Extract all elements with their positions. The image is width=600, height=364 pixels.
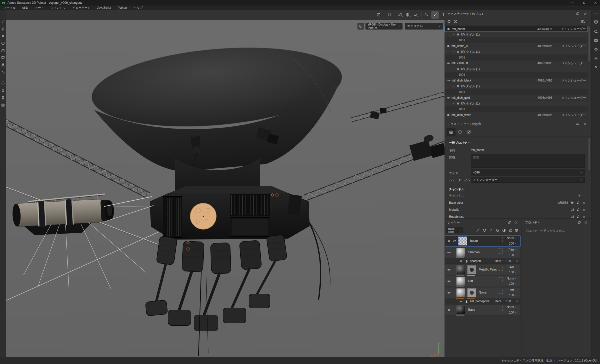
material-picker-tool-icon[interactable] [1, 63, 5, 67]
chevron-down-icon[interactable] [452, 68, 455, 70]
chevron-down-icon[interactable] [515, 254, 517, 256]
export-icon[interactable] [1, 81, 5, 85]
size-dropdown[interactable]: 4096 [471, 170, 585, 176]
minimize-icon[interactable] [571, 1, 574, 4]
eye-icon[interactable] [446, 79, 450, 82]
add-channel-icon[interactable] [578, 194, 581, 198]
channel-row[interactable]: Metallic L8 [444, 206, 588, 213]
mask-slot[interactable] [498, 237, 503, 242]
uv-tile-row[interactable]: UV タイル (1) [444, 66, 588, 72]
mask-slot[interactable] [498, 289, 503, 294]
chevron-down-icon[interactable] [515, 312, 517, 314]
mask-thumbnail[interactable] [467, 265, 476, 274]
chevron-down-icon[interactable] [515, 283, 517, 285]
eye-icon[interactable] [460, 300, 462, 303]
voyager-model-render[interactable]: y z x [6, 20, 444, 357]
chevron-down-icon[interactable] [452, 85, 455, 88]
undock-icon[interactable] [576, 122, 580, 126]
chevron-down-icon[interactable] [515, 266, 517, 268]
tab-uv[interactable] [464, 128, 474, 136]
eraser-tool-icon[interactable] [1, 27, 5, 31]
chevron-down-icon[interactable] [515, 271, 517, 273]
sync-visibility-icon[interactable] [447, 20, 451, 24]
menu-edit[interactable]: 編集 [22, 6, 28, 10]
eye-icon[interactable] [446, 96, 450, 100]
eye-icon[interactable] [446, 44, 450, 48]
eye-icon[interactable] [447, 280, 451, 283]
display-settings-button[interactable] [358, 23, 364, 30]
add-paint-layer-icon[interactable] [489, 228, 493, 232]
close-icon[interactable] [514, 221, 518, 224]
chevron-down-icon[interactable] [512, 260, 514, 262]
polygon-fill-tool-icon[interactable] [1, 41, 5, 45]
clone-tool-icon[interactable] [1, 56, 5, 60]
channel-row[interactable]: Base color sRGB8 [444, 199, 588, 206]
convert-channel-icon[interactable] [576, 208, 580, 212]
close-icon[interactable] [584, 12, 587, 16]
substance-icon[interactable]: S [594, 65, 598, 69]
mask-slot[interactable] [498, 266, 503, 271]
chevron-down-icon[interactable] [417, 16, 419, 18]
tile-row[interactable]: 1001 [444, 38, 588, 43]
layer-thumbnail[interactable] [456, 248, 465, 257]
eye-icon[interactable] [447, 27, 450, 31]
tab-material[interactable] [456, 128, 464, 136]
folder-icon[interactable] [453, 239, 456, 243]
layer-row-dirt[interactable]: Dirt Norm 100 [445, 276, 520, 287]
pause-engine-icon[interactable] [388, 13, 392, 17]
layer-thumbnail[interactable] [458, 236, 467, 246]
chevron-down-icon[interactable] [515, 306, 517, 308]
delete-layer-icon[interactable] [514, 228, 518, 232]
log-panel-icon[interactable] [594, 56, 598, 60]
menu-file[interactable]: ファイル [4, 6, 16, 10]
add-group-icon[interactable] [508, 228, 512, 232]
chevron-down-icon[interactable] [502, 260, 504, 262]
effect-row-hsl-perceptive[interactable]: S hsl_perceptive Repl 100 [445, 298, 520, 304]
add-fill-icon[interactable] [496, 228, 500, 232]
chevron-down-icon[interactable] [515, 294, 517, 296]
uv-tile-row[interactable]: UV タイル (1) [444, 84, 588, 89]
resources-icon[interactable] [1, 103, 5, 107]
texture-set-row[interactable]: mtl_boom 4096x4096 メインシェーダー [444, 26, 588, 32]
paint-tool-icon[interactable] [1, 20, 5, 24]
menu-python[interactable]: Python [118, 6, 127, 10]
remove-effect-icon[interactable] [516, 300, 518, 302]
uv-tile-row[interactable]: UV タイル (1) [444, 49, 588, 55]
eye-icon[interactable] [447, 268, 451, 272]
colorspace-dropdown[interactable]: sRGB - Display - Un-tone-m [366, 23, 402, 30]
shelf-panel-icon[interactable] [594, 38, 598, 42]
remove-channel-icon[interactable] [582, 215, 586, 218]
convert-channel-icon[interactable] [576, 215, 580, 218]
layer-thumbnail[interactable] [456, 277, 465, 286]
layer-row-base[interactable]: Base Norm 100 [445, 304, 520, 316]
undock-icon[interactable] [508, 221, 512, 224]
dock-handle[interactable] [594, 14, 598, 16]
description-input[interactable] [471, 154, 585, 168]
convert-channel-icon[interactable] [576, 201, 580, 204]
texture-set-row[interactable]: mtl_cable_B 4096x4096 メインシェーダー [444, 60, 588, 66]
chevron-down-icon[interactable] [402, 16, 404, 18]
display-settings-panel-icon[interactable] [594, 20, 598, 24]
eye-icon[interactable] [447, 239, 451, 243]
spray-mode-icon[interactable] [424, 13, 428, 17]
chevron-down-icon[interactable] [452, 33, 455, 36]
tab-settings[interactable] [446, 128, 456, 136]
hide-selection-icon[interactable] [376, 13, 380, 17]
undock-icon[interactable] [576, 12, 580, 16]
filter-icon[interactable] [581, 20, 585, 24]
add-effect-icon[interactable] [476, 228, 480, 232]
particle-tool-icon[interactable] [1, 70, 5, 74]
layer-thumbnail[interactable] [456, 265, 465, 274]
layer-row-metallic-paint[interactable]: Metallic Paint Ovrl 100 [445, 264, 520, 275]
texture-set-row[interactable]: mtl_dish_gold 4096x4096 メインシェーダー [444, 95, 588, 101]
tile-row[interactable]: 1001 [444, 72, 588, 78]
gesture-icon[interactable] [1, 88, 5, 92]
eye-icon[interactable] [446, 62, 450, 65]
add-fill-layer-icon[interactable] [482, 228, 486, 232]
chevron-down-icon[interactable] [502, 300, 504, 302]
chevron-down-icon[interactable] [452, 102, 455, 105]
remove-channel-icon[interactable] [582, 208, 586, 211]
menu-viewport[interactable]: ビューポート [72, 6, 90, 10]
mask-thumbnail[interactable] [467, 288, 476, 297]
eye-icon[interactable] [447, 291, 451, 294]
